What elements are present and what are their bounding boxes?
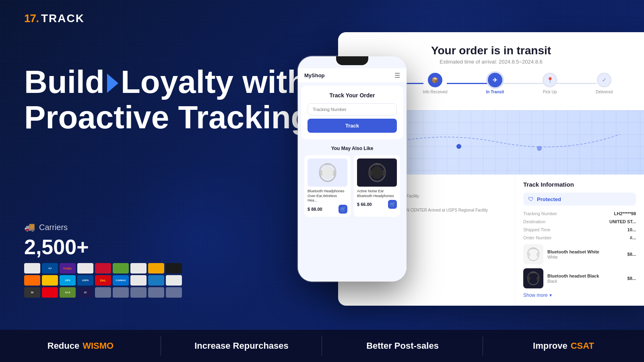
destination-value: UNITED ST...: [609, 219, 636, 224]
logo-number: 17.: [24, 12, 39, 25]
logo: 17. TRACK: [24, 12, 85, 25]
product-rec-color-2: Black: [547, 279, 623, 284]
product-rec-thumb-2: [523, 268, 543, 288]
bottom-bar: Reduce WISMO Increase Repurchases Better…: [0, 330, 644, 362]
step-line-2: [447, 83, 487, 84]
carrier-logo-fedex: FedEx: [60, 263, 76, 274]
phone-product-name-1: Bluetooth Headphones Over-Ear,Wireless H…: [308, 189, 347, 203]
step-circle-transit: ✈: [488, 73, 502, 87]
carrier-logo: [166, 275, 182, 286]
step-delivered: ✓ Delivered: [596, 73, 613, 94]
track-info-title: Track Information: [523, 181, 636, 188]
product-rec-color-1: White: [547, 255, 623, 259]
bottom-item-wismo-highlight: WISMO: [83, 341, 114, 351]
bottom-item-csat: Improve CSAT: [483, 330, 644, 362]
carrier-logo: [130, 263, 147, 274]
hero-section: BuildLoyalty with Proactive Tracking: [24, 64, 310, 135]
phone-product-img-2: [357, 158, 397, 187]
phone-tracking-input[interactable]: [308, 103, 397, 115]
bottom-item-csat-highlight: CSAT: [571, 341, 594, 351]
phone-mockup: MyShop ☰ Track Your Order Track You May …: [298, 56, 407, 282]
carrier-logo: AJ: [42, 263, 58, 274]
step-label-transit: In Transit: [486, 90, 504, 94]
phone-recommendations: You May Also Like Bluetooth Headphones O…: [298, 142, 407, 220]
bottom-item-repurchases-text: Increase Repurchases: [194, 341, 289, 351]
carrier-logo: [166, 287, 182, 298]
hero-title: BuildLoyalty with Proactive Tracking: [24, 64, 310, 135]
phone-products-grid: Bluetooth Headphones Over-Ear,Wireless H…: [304, 155, 400, 217]
bottom-item-postsales: Better Post-sales: [322, 330, 483, 362]
phone-track-title: Track Your Order: [308, 92, 397, 99]
carrier-logo: [130, 275, 147, 286]
phone-product-price-2: $ 66.00: [357, 202, 372, 207]
hero-line1: BuildLoyalty with: [24, 64, 307, 100]
order-number-label: Order Number: [523, 235, 551, 240]
carrier-logo: CAINIAO: [113, 275, 129, 286]
svg-point-10: [537, 146, 542, 151]
carrier-logo: [95, 263, 111, 274]
transit-status-title: Your order is in transit: [354, 44, 628, 57]
phone-product-img-1: [308, 158, 347, 187]
phone-product-card-2: Active Noise Ear Bluetooth Headphones $ …: [354, 155, 400, 217]
carrier-logo: [95, 287, 111, 298]
carrier-logo: [148, 263, 164, 274]
logo-text: TRACK: [41, 12, 85, 25]
carrier-logo: JC: [77, 287, 93, 298]
step-label-delivered: Delivered: [596, 90, 613, 94]
phone-cart-btn-1[interactable]: 🛒: [339, 205, 347, 214]
phone-product-price-1: $ 88.00: [308, 207, 322, 212]
carrier-logo: [42, 287, 58, 298]
phone-cart-btn-2[interactable]: 🛒: [388, 200, 397, 209]
carrier-logo: [148, 275, 164, 286]
panel-right-info: Track Information 🛡 Protected Tracking N…: [515, 175, 644, 306]
hero-line2: Proactive Tracking: [24, 99, 310, 135]
carrier-logo: [148, 287, 164, 298]
carriers-section: 🚚 Carriers 2,500+ AJ FedEx UPS USPS DHL …: [24, 222, 182, 298]
svg-point-8: [372, 166, 383, 179]
track-detail-destination: Destination UNITED ST...: [523, 219, 636, 224]
product-rec-item-2: Bluetooth headset Black Black $8...: [523, 268, 636, 288]
step-label-info: Info Received: [423, 90, 447, 94]
shipped-time-label: Shipped Time: [523, 227, 550, 232]
product-rec-info-1: Bluetooth headset White White: [547, 249, 623, 259]
svg-point-4: [322, 166, 333, 179]
phone-track-button[interactable]: Track: [308, 119, 397, 133]
phone-content: MyShop ☰ Track Your Order Track You May …: [298, 56, 407, 282]
chevron-down-icon: ▾: [549, 292, 552, 298]
step-circle-delivered: ✓: [597, 73, 611, 87]
tracking-number-value: LH2*****98: [614, 211, 636, 216]
phone-shop-name: MyShop: [304, 72, 325, 78]
bottom-item-postsales-text: Better Post-sales: [366, 341, 439, 351]
carrier-logo: [113, 263, 129, 274]
phone-track-section: Track Your Order Track: [301, 86, 403, 139]
shipped-time-value: 10...: [627, 227, 636, 232]
step-in-transit: ✈ In Transit: [486, 73, 504, 94]
phone-product-price-row-1: $ 88.00 🛒: [308, 205, 347, 214]
carrier-logo: [166, 263, 182, 274]
track-detail-tracking-number: Tracking Number LH2*****98: [523, 211, 636, 216]
carrier-logo: UPS: [60, 275, 76, 286]
carrier-logo: SD: [24, 287, 40, 298]
step-info-received: 📦 Info Received: [423, 73, 447, 94]
protected-badge: 🛡 Protected: [523, 193, 636, 206]
protected-text: Protected: [537, 196, 561, 202]
svg-point-9: [456, 144, 461, 149]
phone-header: MyShop ☰: [298, 68, 407, 82]
carriers-icon: 🚚: [24, 222, 35, 232]
show-more-button[interactable]: Show more ▾: [523, 292, 636, 298]
order-number-value: #...: [630, 235, 636, 240]
carrier-logos-grid: AJ FedEx UPS USPS DHL CAINIAO SD GLS JC: [24, 263, 182, 298]
product-rec-item-1: Bluetooth headset White White $8...: [523, 244, 636, 264]
svg-marker-0: [107, 74, 118, 93]
product-rec-price-2: $8...: [627, 276, 636, 281]
destination-label: Destination: [523, 219, 545, 224]
track-detail-shipped-time: Shipped Time 10...: [523, 227, 636, 232]
carrier-logo: [24, 263, 40, 274]
bottom-item-wismo-text: Reduce: [47, 341, 79, 351]
product-rec-name-1: Bluetooth headset White: [547, 249, 623, 255]
carrier-logo: USPS: [77, 275, 93, 286]
product-rec-thumb-1: [523, 244, 543, 264]
step-line-4: [556, 83, 597, 84]
carrier-logo: [42, 275, 58, 286]
step-circle-info: 📦: [428, 73, 442, 87]
